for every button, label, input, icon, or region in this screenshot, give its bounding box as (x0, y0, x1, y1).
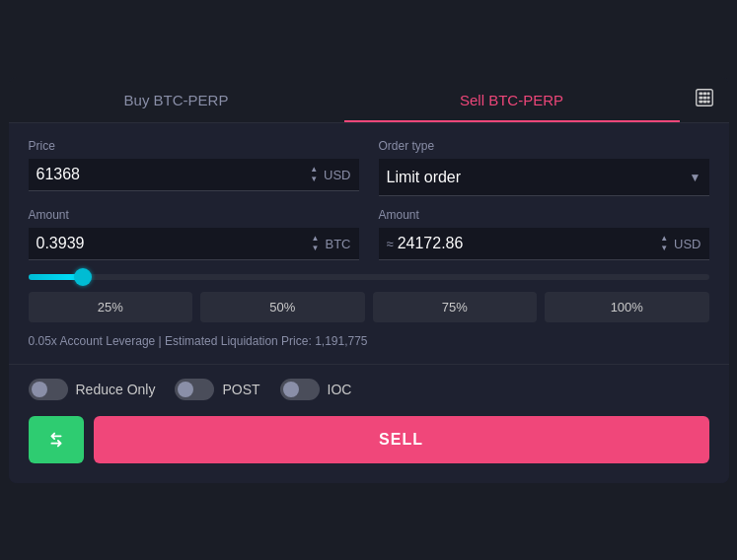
swap-icon (45, 429, 67, 451)
amount-usd-up-icon[interactable]: ▲ (660, 234, 668, 244)
post-toggle[interactable] (175, 379, 214, 400)
percent-75-button[interactable]: 75% (373, 292, 538, 322)
ioc-label: IOC (328, 382, 352, 397)
ioc-toggle[interactable] (280, 379, 320, 400)
price-field: Price ▲ ▼ USD (29, 139, 359, 196)
amount-btc-label: Amount (29, 208, 359, 222)
amount-usd-input[interactable] (398, 235, 660, 252)
price-input-group: ▲ ▼ USD (29, 159, 359, 190)
leverage-info: 0.05x Account Leverage | Estimated Liqui… (29, 334, 709, 348)
post-label: POST (222, 382, 259, 397)
amount-btc-input-group: ▲ ▼ BTC (29, 228, 359, 259)
amount-btc-spinner[interactable]: ▲ ▼ (312, 234, 320, 252)
order-type-dropdown[interactable]: Limit order ▼ (379, 159, 709, 196)
order-type-field: Order type Limit order ▼ (379, 139, 709, 196)
ioc-track (280, 379, 320, 400)
sell-button[interactable]: SELL (94, 416, 709, 463)
svg-rect-6 (706, 97, 709, 100)
toggles-row: Reduce Only POST IOC (29, 379, 709, 400)
svg-rect-8 (702, 101, 706, 104)
reduce-only-toggle[interactable] (29, 379, 68, 400)
reduce-only-label: Reduce Only (76, 382, 156, 397)
percent-25-button[interactable]: 25% (29, 292, 193, 322)
order-type-label: Order type (379, 139, 709, 153)
amount-btc-input[interactable] (37, 235, 312, 252)
divider (9, 364, 729, 365)
price-currency: USD (324, 168, 350, 182)
amount-usd-label: Amount (379, 208, 709, 222)
price-down-icon[interactable]: ▼ (310, 175, 318, 184)
approx-symbol: ≈ (387, 237, 394, 251)
trading-panel: Buy BTC-PERP Sell BTC-PERP Price (9, 77, 729, 482)
order-type-value: Limit order (387, 169, 684, 186)
tab-buy[interactable]: Buy BTC-PERP (9, 78, 344, 122)
svg-rect-3 (706, 93, 709, 96)
slider-track (29, 274, 709, 280)
price-up-icon[interactable]: ▲ (310, 165, 318, 175)
svg-rect-1 (699, 93, 702, 96)
amount-usd-spinner[interactable]: ▲ ▼ (660, 234, 668, 252)
amount-btc-field: Amount ▲ ▼ BTC (29, 208, 359, 259)
tab-sell[interactable]: Sell BTC-PERP (344, 78, 680, 122)
price-label: Price (29, 139, 359, 153)
amount-usd-input-group: ≈ ▲ ▼ USD (379, 228, 709, 259)
post-track (175, 379, 214, 400)
reduce-only-toggle-group: Reduce Only (29, 379, 156, 400)
svg-rect-5 (702, 97, 706, 100)
tab-bar: Buy BTC-PERP Sell BTC-PERP (9, 77, 729, 123)
svg-rect-4 (699, 97, 702, 100)
panel-body: Price ▲ ▼ USD Order type Limit order ▼ (9, 123, 729, 482)
percent-50-button[interactable]: 50% (200, 292, 365, 322)
post-thumb (178, 382, 193, 397)
svg-rect-9 (706, 101, 709, 104)
slider-container (29, 274, 709, 280)
percent-buttons-group: 25% 50% 75% 100% (29, 292, 709, 322)
amount-usd-currency: USD (674, 237, 700, 251)
amount-usd-field: Amount ≈ ▲ ▼ USD (379, 208, 709, 259)
bottom-buttons: SELL (29, 416, 709, 463)
price-ordertype-row: Price ▲ ▼ USD Order type Limit order ▼ (29, 139, 709, 196)
ioc-thumb (283, 382, 299, 397)
calculator-icon[interactable] (680, 77, 729, 122)
price-input[interactable] (37, 166, 311, 183)
price-spinner[interactable]: ▲ ▼ (310, 165, 318, 183)
svg-rect-2 (702, 93, 706, 96)
svg-rect-7 (699, 101, 702, 104)
percent-100-button[interactable]: 100% (545, 292, 709, 322)
swap-button[interactable] (29, 416, 84, 463)
amount-btc-currency: BTC (326, 237, 351, 251)
amount-usd-down-icon[interactable]: ▼ (660, 244, 668, 253)
post-toggle-group: POST (175, 379, 259, 400)
ioc-toggle-group: IOC (280, 379, 352, 400)
amounts-row: Amount ▲ ▼ BTC Amount ≈ ▲ ▼ (29, 208, 709, 259)
amount-btc-down-icon[interactable]: ▼ (312, 244, 320, 253)
chevron-down-icon: ▼ (690, 171, 701, 184)
reduce-only-thumb (32, 382, 47, 397)
amount-btc-up-icon[interactable]: ▲ (312, 234, 320, 244)
reduce-only-track (29, 379, 68, 400)
